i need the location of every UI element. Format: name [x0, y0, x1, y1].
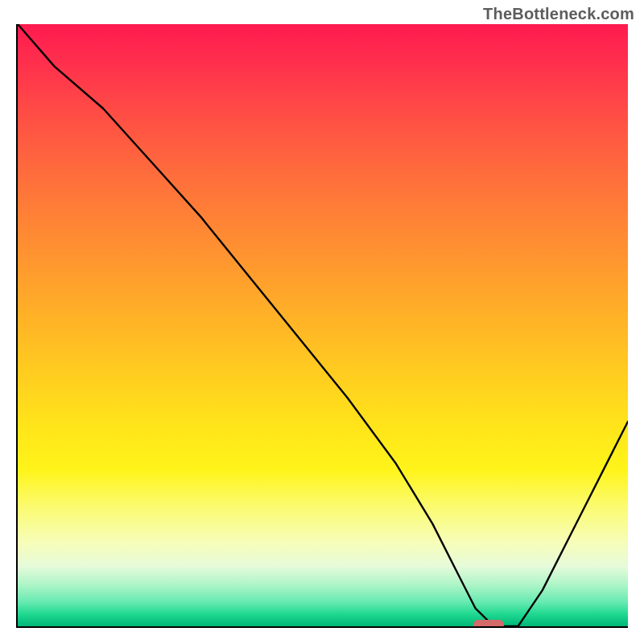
curve-path: [18, 24, 628, 626]
chart-stage: TheBottleneck.com: [0, 0, 644, 644]
watermark-text: TheBottleneck.com: [483, 5, 634, 23]
minimum-marker: [473, 620, 504, 628]
bottleneck-curve: [18, 24, 628, 626]
plot-area: [16, 24, 628, 628]
